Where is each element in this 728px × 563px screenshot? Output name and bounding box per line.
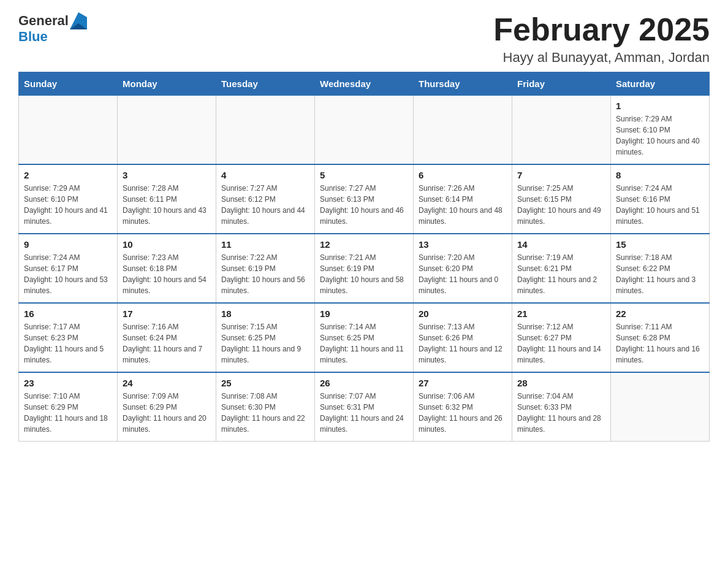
calendar-cell: 24Sunrise: 7:09 AM Sunset: 6:29 PM Dayli… bbox=[118, 372, 216, 442]
calendar-cell: 12Sunrise: 7:21 AM Sunset: 6:19 PM Dayli… bbox=[315, 234, 414, 303]
calendar-cell bbox=[315, 96, 414, 165]
day-number: 8 bbox=[616, 170, 704, 180]
day-info: Sunrise: 7:12 AM Sunset: 6:27 PM Dayligh… bbox=[517, 321, 605, 366]
day-info: Sunrise: 7:11 AM Sunset: 6:28 PM Dayligh… bbox=[616, 321, 704, 366]
calendar-cell bbox=[611, 372, 710, 442]
day-info: Sunrise: 7:21 AM Sunset: 6:19 PM Dayligh… bbox=[320, 252, 408, 296]
col-header-sunday: Sunday bbox=[19, 72, 118, 96]
col-header-monday: Monday bbox=[118, 72, 216, 96]
day-number: 4 bbox=[221, 170, 309, 180]
day-number: 22 bbox=[616, 308, 704, 319]
calendar-cell bbox=[414, 96, 512, 165]
day-info: Sunrise: 7:27 AM Sunset: 6:12 PM Dayligh… bbox=[221, 183, 309, 227]
month-title: February 2025 bbox=[493, 12, 710, 47]
calendar-cell: 23Sunrise: 7:10 AM Sunset: 6:29 PM Dayli… bbox=[19, 372, 118, 442]
calendar-cell: 7Sunrise: 7:25 AM Sunset: 6:15 PM Daylig… bbox=[512, 164, 611, 234]
day-number: 2 bbox=[24, 170, 112, 180]
location-subtitle: Hayy al Bunayyat, Amman, Jordan bbox=[493, 50, 710, 66]
day-number: 12 bbox=[320, 239, 408, 250]
day-info: Sunrise: 7:16 AM Sunset: 6:24 PM Dayligh… bbox=[123, 321, 211, 366]
logo-text: General Blue bbox=[18, 12, 87, 44]
day-info: Sunrise: 7:27 AM Sunset: 6:13 PM Dayligh… bbox=[320, 183, 408, 227]
day-number: 16 bbox=[24, 308, 112, 319]
calendar-cell: 6Sunrise: 7:26 AM Sunset: 6:14 PM Daylig… bbox=[414, 164, 512, 234]
day-info: Sunrise: 7:20 AM Sunset: 6:20 PM Dayligh… bbox=[419, 252, 507, 296]
calendar-table: SundayMondayTuesdayWednesdayThursdayFrid… bbox=[18, 72, 710, 442]
col-header-saturday: Saturday bbox=[611, 72, 710, 96]
calendar-cell: 14Sunrise: 7:19 AM Sunset: 6:21 PM Dayli… bbox=[512, 234, 611, 303]
day-info: Sunrise: 7:25 AM Sunset: 6:15 PM Dayligh… bbox=[517, 183, 605, 227]
logo: General Blue bbox=[18, 12, 87, 44]
col-header-tuesday: Tuesday bbox=[216, 72, 315, 96]
day-number: 3 bbox=[123, 170, 211, 180]
day-number: 5 bbox=[320, 170, 408, 180]
col-header-wednesday: Wednesday bbox=[315, 72, 414, 96]
col-header-thursday: Thursday bbox=[414, 72, 512, 96]
calendar-header-row: SundayMondayTuesdayWednesdayThursdayFrid… bbox=[19, 72, 710, 96]
calendar-week-row: 1Sunrise: 7:29 AM Sunset: 6:10 PM Daylig… bbox=[19, 96, 710, 165]
day-number: 27 bbox=[419, 378, 507, 388]
day-info: Sunrise: 7:19 AM Sunset: 6:21 PM Dayligh… bbox=[517, 252, 605, 296]
logo-blue: Blue bbox=[18, 29, 48, 44]
day-info: Sunrise: 7:04 AM Sunset: 6:33 PM Dayligh… bbox=[517, 391, 605, 435]
day-info: Sunrise: 7:13 AM Sunset: 6:26 PM Dayligh… bbox=[419, 321, 507, 366]
calendar-cell: 8Sunrise: 7:24 AM Sunset: 6:16 PM Daylig… bbox=[611, 164, 710, 234]
day-number: 18 bbox=[221, 308, 309, 319]
calendar-cell: 1Sunrise: 7:29 AM Sunset: 6:10 PM Daylig… bbox=[611, 96, 710, 165]
day-number: 1 bbox=[616, 101, 704, 111]
calendar-week-row: 16Sunrise: 7:17 AM Sunset: 6:23 PM Dayli… bbox=[19, 303, 710, 372]
calendar-cell: 10Sunrise: 7:23 AM Sunset: 6:18 PM Dayli… bbox=[118, 234, 216, 303]
day-number: 24 bbox=[123, 378, 211, 388]
page-header: General Blue February 2025 Hayy al Bunay… bbox=[18, 12, 710, 66]
day-info: Sunrise: 7:06 AM Sunset: 6:32 PM Dayligh… bbox=[419, 391, 507, 435]
calendar-cell: 15Sunrise: 7:18 AM Sunset: 6:22 PM Dayli… bbox=[611, 234, 710, 303]
col-header-friday: Friday bbox=[512, 72, 611, 96]
calendar-cell bbox=[19, 96, 118, 165]
calendar-week-row: 9Sunrise: 7:24 AM Sunset: 6:17 PM Daylig… bbox=[19, 234, 710, 303]
calendar-cell: 3Sunrise: 7:28 AM Sunset: 6:11 PM Daylig… bbox=[118, 164, 216, 234]
day-info: Sunrise: 7:24 AM Sunset: 6:17 PM Dayligh… bbox=[24, 252, 112, 296]
title-section: February 2025 Hayy al Bunayyat, Amman, J… bbox=[493, 12, 710, 66]
day-info: Sunrise: 7:29 AM Sunset: 6:10 PM Dayligh… bbox=[616, 113, 704, 158]
day-number: 10 bbox=[123, 239, 211, 250]
day-info: Sunrise: 7:17 AM Sunset: 6:23 PM Dayligh… bbox=[24, 321, 112, 366]
calendar-cell: 16Sunrise: 7:17 AM Sunset: 6:23 PM Dayli… bbox=[19, 303, 118, 372]
logo-general: General bbox=[18, 13, 69, 28]
day-info: Sunrise: 7:09 AM Sunset: 6:29 PM Dayligh… bbox=[123, 391, 211, 435]
calendar-cell: 22Sunrise: 7:11 AM Sunset: 6:28 PM Dayli… bbox=[611, 303, 710, 372]
calendar-cell: 17Sunrise: 7:16 AM Sunset: 6:24 PM Dayli… bbox=[118, 303, 216, 372]
day-info: Sunrise: 7:18 AM Sunset: 6:22 PM Dayligh… bbox=[616, 252, 704, 296]
calendar-cell: 5Sunrise: 7:27 AM Sunset: 6:13 PM Daylig… bbox=[315, 164, 414, 234]
day-number: 14 bbox=[517, 239, 605, 250]
day-info: Sunrise: 7:15 AM Sunset: 6:25 PM Dayligh… bbox=[221, 321, 309, 366]
day-number: 25 bbox=[221, 378, 309, 388]
day-info: Sunrise: 7:14 AM Sunset: 6:25 PM Dayligh… bbox=[320, 321, 408, 366]
calendar-cell: 20Sunrise: 7:13 AM Sunset: 6:26 PM Dayli… bbox=[414, 303, 512, 372]
day-number: 13 bbox=[419, 239, 507, 250]
day-number: 28 bbox=[517, 378, 605, 388]
calendar-cell: 13Sunrise: 7:20 AM Sunset: 6:20 PM Dayli… bbox=[414, 234, 512, 303]
calendar-cell: 28Sunrise: 7:04 AM Sunset: 6:33 PM Dayli… bbox=[512, 372, 611, 442]
calendar-cell bbox=[118, 96, 216, 165]
day-number: 23 bbox=[24, 378, 112, 388]
day-number: 6 bbox=[419, 170, 507, 180]
day-number: 20 bbox=[419, 308, 507, 319]
day-number: 11 bbox=[221, 239, 309, 250]
day-info: Sunrise: 7:22 AM Sunset: 6:19 PM Dayligh… bbox=[221, 252, 309, 296]
day-info: Sunrise: 7:29 AM Sunset: 6:10 PM Dayligh… bbox=[24, 183, 112, 227]
calendar-cell: 21Sunrise: 7:12 AM Sunset: 6:27 PM Dayli… bbox=[512, 303, 611, 372]
day-info: Sunrise: 7:23 AM Sunset: 6:18 PM Dayligh… bbox=[123, 252, 211, 296]
day-number: 19 bbox=[320, 308, 408, 319]
day-info: Sunrise: 7:28 AM Sunset: 6:11 PM Dayligh… bbox=[123, 183, 211, 227]
calendar-cell: 9Sunrise: 7:24 AM Sunset: 6:17 PM Daylig… bbox=[19, 234, 118, 303]
calendar-cell: 2Sunrise: 7:29 AM Sunset: 6:10 PM Daylig… bbox=[19, 164, 118, 234]
calendar-cell: 4Sunrise: 7:27 AM Sunset: 6:12 PM Daylig… bbox=[216, 164, 315, 234]
day-number: 7 bbox=[517, 170, 605, 180]
calendar-week-row: 23Sunrise: 7:10 AM Sunset: 6:29 PM Dayli… bbox=[19, 372, 710, 442]
calendar-cell: 27Sunrise: 7:06 AM Sunset: 6:32 PM Dayli… bbox=[414, 372, 512, 442]
day-number: 26 bbox=[320, 378, 408, 388]
calendar-cell: 25Sunrise: 7:08 AM Sunset: 6:30 PM Dayli… bbox=[216, 372, 315, 442]
day-info: Sunrise: 7:08 AM Sunset: 6:30 PM Dayligh… bbox=[221, 391, 309, 435]
calendar-cell: 18Sunrise: 7:15 AM Sunset: 6:25 PM Dayli… bbox=[216, 303, 315, 372]
calendar-cell: 11Sunrise: 7:22 AM Sunset: 6:19 PM Dayli… bbox=[216, 234, 315, 303]
